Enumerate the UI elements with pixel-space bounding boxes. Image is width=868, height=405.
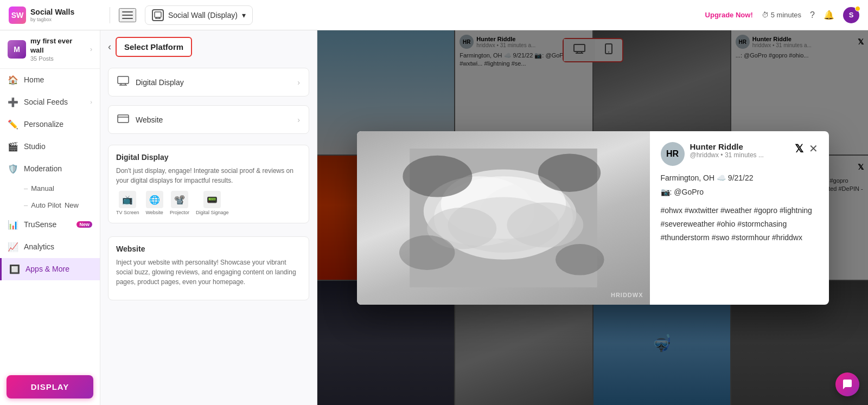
website-icon (117, 113, 129, 126)
digital-display-icon (117, 76, 129, 88)
svg-point-26 (399, 235, 455, 270)
wall-chevron-icon: › (90, 46, 92, 53)
modal-user-name: Hunter Riddle (690, 142, 789, 151)
svg-rect-0 (155, 12, 161, 17)
timer-area: ⏱ 5 minutes (762, 11, 801, 19)
svg-rect-8 (118, 115, 129, 123)
svg-point-25 (538, 153, 601, 191)
modal-user-info: Hunter Riddle @hriddwx • 31 minutes ... (690, 142, 789, 159)
tv-label: TV Screen (116, 210, 139, 215)
avatar-letter: S (849, 11, 854, 19)
modal-content: HR Hunter Riddle @hriddwx • 31 minutes .… (650, 131, 829, 305)
sidebar-item-analytics-label: Analytics (24, 242, 92, 251)
back-button[interactable]: ‹ (108, 41, 111, 53)
promo-website-desc: Inject your website with personality! Sh… (116, 258, 301, 287)
content-area: HR Hunter Riddle hriddwx • 31 minutes a.… (317, 30, 868, 405)
logo-text-block: Social Walls by tagbox (30, 8, 74, 23)
sidebar-item-personalize[interactable]: ✏️ Personalize (0, 113, 100, 136)
platform-option-digital-display[interactable]: Digital Display › (108, 68, 309, 97)
modal-image: HRIDDWX (357, 131, 650, 305)
home-icon: 🏠 (8, 75, 18, 85)
modal-card: HRIDDWX HR Hunter Riddle @hriddwx • 31 m… (357, 131, 829, 305)
sidebar-item-social-feeds[interactable]: ➕ Social Feeds › (0, 91, 100, 113)
sidebar-item-home[interactable]: 🏠 Home (0, 69, 100, 91)
platform-option-website[interactable]: Website › (108, 105, 309, 134)
trusense-new-badge: New (76, 221, 92, 228)
sidebar-item-personalize-label: Personalize (24, 120, 92, 128)
website-promo-icon: 🌐 (146, 191, 163, 208)
sidebar-sub-item-autopilot[interactable]: – Auto Pilot New (0, 197, 100, 214)
autopilot-new-badge: New (65, 201, 79, 209)
modal-hashtags: #ohwx #wxtwitter #weather #gopro #lightn… (661, 204, 818, 245)
hamburger-menu-button[interactable] (119, 8, 136, 22)
social-feeds-icon: ➕ (8, 97, 18, 107)
promo-website-title: Website (116, 245, 301, 253)
wall-selector-chevron: ▾ (242, 11, 246, 20)
wall-posts: 35 Posts (30, 55, 86, 62)
sidebar-item-moderation-label: Moderation (24, 164, 92, 173)
website-chevron-icon: › (297, 115, 300, 124)
projector-icon: 📽️ (171, 191, 188, 208)
sub-dash-1: – (24, 184, 28, 192)
sidebar-item-analytics[interactable]: 📈 Analytics (0, 236, 100, 258)
tv-icon: 📺 (119, 191, 136, 208)
promo-icon-projector: 📽️ Projector (170, 191, 189, 215)
promo-card-digital: Digital Display Don't just display, enga… (108, 145, 309, 223)
modal-overlay[interactable]: HRIDDWX HR Hunter Riddle @hriddwx • 31 m… (317, 30, 868, 405)
hamburger-line-1 (122, 11, 133, 12)
sidebar-item-studio-label: Studio (24, 142, 92, 151)
wall-selector-dropdown[interactable]: Social Wall (Display) ▾ (145, 5, 253, 25)
website-promo-label: Website (146, 210, 163, 215)
hamburger-line-2 (122, 15, 133, 16)
modal-camera: 📷: @GoPro (661, 188, 818, 196)
promo-digital-title: Digital Display (116, 153, 301, 162)
timer-text: 5 minutes (771, 11, 801, 19)
wall-initial: M (8, 40, 26, 59)
display-button[interactable]: DISPLAY (7, 375, 93, 398)
sidebar-item-trusense[interactable]: 📊 TruSense New (0, 214, 100, 236)
sidebar-sub-item-manual[interactable]: – Manual (0, 180, 100, 197)
chat-support-button[interactable] (835, 372, 859, 396)
timer-icon: ⏱ (762, 11, 769, 19)
studio-icon: 🎬 (8, 142, 18, 152)
modal-location: Farmington, OH ☁️ 9/21/22 (661, 173, 818, 182)
sidebar-sub-autopilot-label: Auto Pilot (31, 201, 61, 209)
social-feeds-chevron-icon: › (90, 99, 92, 105)
wall-selector-icon (152, 9, 164, 21)
middle-top: ‹ Select Platform (100, 30, 317, 63)
wall-info: my first ever wall 35 Posts (30, 37, 86, 62)
upgrade-button[interactable]: Upgrade Now! (705, 11, 753, 19)
trusense-icon: 📊 (8, 220, 18, 230)
apps-more-icon: 🔲 (9, 264, 20, 274)
sidebar-sub-manual-label: Manual (31, 184, 54, 192)
hamburger-line-3 (122, 18, 133, 19)
svg-rect-4 (118, 76, 129, 83)
sidebar-item-apps-more[interactable]: 🔲 Apps & More (0, 258, 100, 280)
website-label: Website (136, 115, 291, 124)
modal-platform-icon: 𝕏 (795, 142, 803, 155)
select-platform-box: Select Platform (116, 37, 192, 57)
sub-dash-2: – (24, 201, 28, 209)
promo-icon-digital-signage: 📟 Digital Signage (196, 191, 229, 215)
digital-display-label: Digital Display (136, 78, 291, 87)
modal-user-avatar: HR (661, 142, 685, 166)
analytics-icon: 📈 (8, 242, 18, 252)
sidebar-item-social-feeds-label: Social Feeds (24, 98, 85, 106)
sidebar-item-moderation[interactable]: 🛡️ Moderation (0, 158, 100, 180)
digital-signage-label: Digital Signage (196, 210, 229, 215)
sidebar-item-apps-more-label: Apps & More (25, 265, 92, 273)
promo-digital-desc: Don't just display, engage! Integrate so… (116, 166, 301, 185)
main-layout: M my first ever wall 35 Posts › 🏠 Home ➕… (0, 30, 868, 405)
user-avatar[interactable]: S (843, 7, 859, 23)
middle-panel: ‹ Select Platform Digital Display › Webs… (100, 30, 317, 405)
wall-item[interactable]: M my first ever wall 35 Posts › (0, 30, 100, 69)
promo-digital-icons: 📺 TV Screen 🌐 Website 📽️ Projector 📟 Dig… (116, 191, 301, 215)
modal-close-button[interactable]: ✕ (809, 142, 818, 155)
header-right: Upgrade Now! ⏱ 5 minutes ? 🔔 S (705, 7, 859, 23)
sidebar-item-studio[interactable]: 🎬 Studio (0, 136, 100, 158)
help-button[interactable]: ? (810, 10, 815, 20)
wall-name: my first ever wall (30, 37, 86, 55)
modal-header-row: HR Hunter Riddle @hriddwx • 31 minutes .… (661, 142, 818, 166)
notification-bell-icon[interactable]: 🔔 (824, 10, 834, 20)
sidebar-bottom: DISPLAY (0, 369, 100, 405)
